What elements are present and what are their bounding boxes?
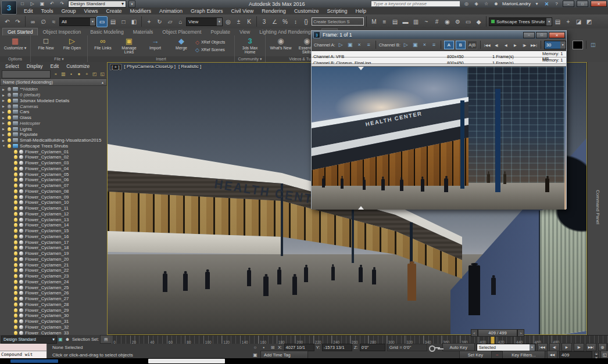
ribbon-tab[interactable]: Populate — [206, 28, 235, 35]
menu-item[interactable]: Create — [102, 8, 126, 14]
select-by-name-icon[interactable]: ▤ — [108, 17, 118, 27]
workspace-switcher-dropdown[interactable]: Design Standard▾ — [1, 336, 57, 344]
ribbon-tab[interactable]: Basic Modeling — [85, 28, 128, 35]
open-channel-icon[interactable]: ▷ — [337, 41, 345, 49]
layer-row[interactable]: ▶ 0 (default) — [0, 92, 107, 98]
selection-filter-dropdown[interactable]: All▼ — [59, 17, 96, 26]
ribbon-tab[interactable]: Lighting And Rendering — [255, 28, 315, 35]
isolate-selection-icon[interactable]: ○ — [252, 345, 259, 350]
current-layer-dropdown[interactable]: Softscape Trees Shrubs ▼ — [489, 17, 552, 26]
object-visibility-bulb-icon[interactable] — [14, 263, 17, 267]
object-visibility-bulb-icon[interactable] — [14, 206, 17, 210]
expand-arrow-icon[interactable]: ▶ — [2, 133, 6, 136]
snaps-toggle-3d-icon[interactable]: 3 — [259, 17, 269, 27]
layer-visibility-bulb-icon[interactable] — [8, 132, 11, 136]
layer-visibility-bulb-icon[interactable] — [8, 104, 11, 109]
rect-selection-region-icon[interactable]: □ — [119, 17, 128, 27]
layer-row[interactable]: ▶ 3dsmax Modeled Details — [0, 98, 107, 104]
new-scene-icon[interactable]: □ — [19, 1, 26, 7]
object-visibility-bulb-icon[interactable] — [14, 223, 17, 227]
layer-visibility-bulb-icon[interactable] — [8, 138, 11, 142]
search-go-icon[interactable]: ◎ — [463, 1, 470, 7]
unlink-selection-icon[interactable]: ∅ — [38, 17, 48, 27]
close-button[interactable]: ✕ — [549, 32, 565, 38]
coord-x-field[interactable]: 4027 10/1 — [284, 344, 314, 351]
menu-item[interactable]: Graph Editors — [187, 8, 227, 14]
coord-y-field[interactable]: -1573 13/1 — [322, 344, 352, 351]
maxscript-listener-pane[interactable]: Compound wit — [0, 351, 47, 358]
select-and-move-icon[interactable]: + — [144, 17, 154, 27]
mirror-icon[interactable]: M — [369, 17, 379, 27]
object-visibility-bulb-icon[interactable] — [14, 313, 17, 318]
viewport-shading-menu[interactable]: [ Realistic ] — [178, 64, 201, 70]
object-visibility-bulb-icon[interactable] — [14, 257, 17, 261]
absolute-relative-icon[interactable]: ⊞ — [269, 345, 276, 350]
layer-row[interactable]: ▶ Small-MedicalBuilding-Visualization201… — [0, 138, 107, 143]
max-home-button[interactable]: 3 3ds Max Home — [238, 36, 262, 56]
scene-explorer-menu-item[interactable]: Select — [5, 63, 19, 69]
track-bar[interactable]: 0 20 40 60 80 100 120 140 160 180 200 — [112, 335, 608, 344]
manage-layers-icon[interactable]: ▤ — [553, 17, 563, 27]
signed-in-username[interactable]: MarionLandry — [502, 1, 531, 6]
select-and-scale-icon[interactable]: ▱ — [165, 17, 175, 27]
favorites-icon[interactable]: ☆ — [482, 1, 490, 7]
align-icon[interactable]: ≡ — [380, 17, 389, 27]
named-selection-set-field[interactable]: Create Selection S — [312, 17, 364, 26]
menu-item[interactable]: Animation — [155, 8, 187, 14]
redo-qat-icon[interactable]: ↷ — [58, 1, 66, 7]
layer-visibility-bulb-icon[interactable] — [8, 99, 11, 103]
set-key-filters-curve-icon[interactable]: ~ — [493, 352, 500, 358]
clear-search-icon[interactable]: × — [53, 71, 58, 77]
workspace-menu-icon[interactable]: ▾ — [128, 1, 135, 8]
next-frame-icon[interactable]: |▶ — [574, 343, 584, 351]
ribbon-tab[interactable]: Object Inspection — [38, 28, 85, 35]
new-scene-explorer-icon[interactable]: ◰ — [92, 71, 97, 77]
object-row[interactable]: Flower_Cyclamen_25 — [0, 284, 107, 290]
help-search-input[interactable] — [371, 1, 460, 7]
scene-explorer-icon[interactable]: ▥ — [411, 17, 421, 27]
file-open-button[interactable]: ▷ File Open — [60, 36, 84, 56]
whats-new-button[interactable]: ◉ What's New — [269, 36, 293, 56]
render-setup-icon[interactable]: ⚙ — [453, 17, 463, 27]
file-links-button[interactable]: ∞ File Links — [91, 36, 115, 56]
frame-spinner[interactable]: ▲▼ — [594, 352, 599, 358]
object-row[interactable]: Flower_Cyclamen_02 — [0, 154, 107, 160]
clone-window-icon[interactable]: ◫ — [589, 41, 597, 49]
layer-visibility-bulb-icon[interactable] — [8, 144, 11, 148]
keyboard-override-icon[interactable]: K — [244, 17, 254, 27]
angle-snap-icon[interactable]: ∠ — [270, 17, 280, 27]
previous-frame-icon[interactable]: ◀| — [549, 343, 560, 351]
undo-icon[interactable]: ↶ — [2, 17, 12, 27]
layer-row[interactable]: ▶ Populate — [0, 132, 107, 138]
layer-explorer-icon[interactable]: ▤ — [390, 17, 400, 27]
display-options-icon[interactable]: ▥ — [60, 71, 66, 77]
layer-visibility-bulb-icon[interactable] — [8, 110, 11, 114]
scene-explorer-menu-item[interactable]: Customize — [66, 63, 90, 69]
object-visibility-bulb-icon[interactable] — [14, 319, 17, 323]
select-and-manipulate-icon[interactable]: ± — [234, 17, 244, 27]
maximize-button[interactable]: □ — [577, 1, 588, 7]
application-menu-button[interactable]: 3 — [1, 1, 17, 15]
layer-row[interactable]: ▶ Cameras — [0, 103, 107, 109]
object-visibility-bulb-icon[interactable] — [14, 297, 17, 301]
object-row[interactable]: Flower_Cyclamen_30 — [0, 313, 107, 319]
frame-window-title-bar[interactable]: 3 Frame: 1 of 1 – □ ✕ — [312, 31, 566, 39]
import-button[interactable]: → Import — [143, 36, 167, 56]
select-objects-in-layer-icon[interactable]: ◩ — [584, 17, 594, 27]
expand-arrow-icon[interactable]: ▶ — [2, 104, 6, 108]
collapse-arrow-icon[interactable]: ▼ — [2, 144, 6, 147]
delete-scene-explorer-icon[interactable]: ◱ — [100, 71, 105, 77]
workspace-dropdown[interactable]: Design Standard▾ — [68, 1, 126, 8]
object-row[interactable]: Flower_Cyclamen_12 — [0, 211, 107, 217]
object-row[interactable]: Flower_Cyclamen_24 — [0, 279, 107, 285]
object-row[interactable]: Flower_Cyclamen_23 — [0, 273, 107, 279]
object-visibility-bulb-icon[interactable] — [14, 325, 17, 329]
object-visibility-bulb-icon[interactable] — [14, 235, 17, 239]
object-visibility-bulb-icon[interactable] — [14, 286, 17, 290]
save-file-icon[interactable]: ▣ — [38, 1, 46, 7]
zoom-region-icon[interactable]: ◱ — [600, 351, 608, 359]
expand-arrow-icon[interactable]: ▶ — [2, 99, 6, 102]
select-and-place-icon[interactable]: ⌂ — [176, 17, 185, 27]
object-visibility-bulb-icon[interactable] — [14, 189, 17, 193]
object-row[interactable]: Flower_Cyclamen_18 — [0, 245, 107, 251]
